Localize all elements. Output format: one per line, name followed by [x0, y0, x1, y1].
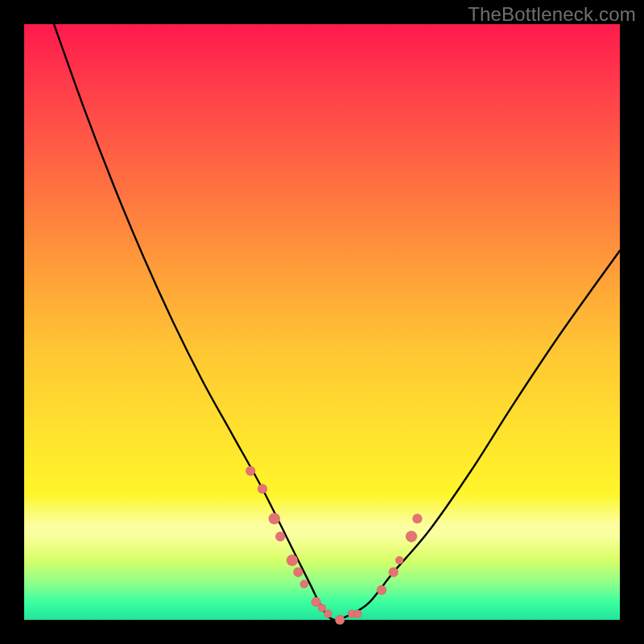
- highlight-dot: [412, 514, 422, 523]
- highlight-dot: [275, 531, 285, 541]
- highlight-dot: [269, 513, 280, 524]
- highlight-dot: [353, 610, 361, 618]
- highlight-dot: [246, 466, 255, 476]
- highlight-dot: [318, 604, 326, 612]
- highlight-dot: [293, 568, 303, 577]
- highlight-dot: [335, 615, 345, 625]
- watermark-text: TheBottleneck.com: [468, 3, 636, 26]
- chart-frame: [24, 24, 620, 620]
- highlight-dot: [389, 568, 398, 577]
- highlight-dot: [324, 610, 332, 618]
- highlight-dot: [287, 555, 298, 566]
- chart-svg: [24, 24, 620, 620]
- highlight-dot: [300, 580, 308, 588]
- highlight-dot: [395, 556, 403, 564]
- highlight-dots: [246, 466, 422, 625]
- highlight-dot: [406, 530, 417, 542]
- highlight-dot: [377, 585, 386, 595]
- highlight-dot: [258, 484, 267, 493]
- bottleneck-curve: [54, 24, 620, 620]
